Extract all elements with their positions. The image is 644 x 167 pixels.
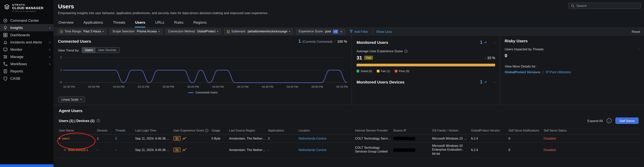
col-user-name[interactable]: User Name bbox=[59, 128, 97, 134]
search-input[interactable] bbox=[576, 4, 638, 8]
filter-connection-method[interactable]: Connection Method: GlobalProtect ▾ bbox=[166, 29, 221, 34]
col-isp[interactable]: Internet Service Provider bbox=[355, 128, 393, 134]
monitored-users-title: Monitored Users bbox=[356, 40, 388, 45]
x-tick: 03:30 PM bbox=[162, 85, 174, 88]
sidebar-item-dashboards[interactable]: Dashboards bbox=[0, 31, 54, 38]
sidebar-item-workflows[interactable]: Workflows › bbox=[0, 60, 54, 67]
chart-x-axis: 02:30 PM 02:45 PM 03:00 PM 03:15 PM 03:3… bbox=[63, 85, 348, 88]
reports-icon bbox=[3, 69, 8, 73]
x-tick: 02:30 PM bbox=[63, 85, 75, 88]
monitored-devices-value[interactable]: 1 bbox=[480, 79, 482, 85]
globalprotect-versions-link[interactable]: GlobalProtect Versions bbox=[505, 70, 540, 74]
sidebar-nav: Command Center Insights › Dashboards Inc… bbox=[0, 17, 54, 82]
linear-scale-dropdown[interactable]: Linear Scale ▾ bbox=[58, 96, 85, 103]
clock-icon bbox=[60, 30, 63, 33]
filter-scope-selection[interactable]: Scope Selection: Prisma Access ▾ bbox=[110, 29, 162, 34]
tab-threats[interactable]: Threats bbox=[112, 19, 126, 27]
self-serve-button[interactable]: Self Serve bbox=[615, 117, 639, 124]
sidebar-item-command-center[interactable]: Command Center bbox=[0, 17, 54, 24]
favorite-star-icon[interactable]: ☆ bbox=[63, 148, 66, 152]
location-link[interactable]: Netherlands Central bbox=[298, 137, 326, 140]
funnel-icon bbox=[350, 29, 353, 33]
sidebar-item-insights[interactable]: Insights › bbox=[0, 24, 54, 31]
col-applications[interactable]: Applications bbox=[268, 128, 298, 134]
device-name-link[interactable]: NNN-WIN10-1 bbox=[68, 148, 88, 152]
sidebar-item-casb[interactable]: CASB bbox=[0, 75, 54, 82]
threats-link[interactable]: 0 bbox=[115, 137, 117, 140]
self-serve-status: Disabled bbox=[544, 137, 556, 140]
devices-cell: - bbox=[97, 142, 115, 158]
toggle-user-devices[interactable]: User Devices bbox=[96, 48, 119, 53]
redacted-source-ip bbox=[393, 148, 415, 152]
col-threats[interactable]: Threats bbox=[115, 128, 135, 134]
trend-spark-icon bbox=[484, 78, 487, 81]
manage-icon bbox=[3, 54, 8, 59]
col-location[interactable]: Location bbox=[298, 128, 355, 134]
tab-rules[interactable]: Rules bbox=[174, 19, 184, 27]
sidebar-item-reports[interactable]: Reports bbox=[0, 67, 54, 75]
download-icon[interactable]: ↓ bbox=[606, 118, 612, 123]
tab-overview[interactable]: Overview bbox=[58, 19, 74, 27]
tab-users[interactable]: Users bbox=[135, 19, 146, 27]
sidebar-item-incidents-and-alerts[interactable]: Incidents and Alerts › bbox=[0, 38, 54, 46]
good-legend-label: Good (0) bbox=[361, 69, 372, 73]
info-icon[interactable] bbox=[96, 119, 100, 122]
col-os-family-version[interactable]: OS Family / Version bbox=[432, 128, 471, 134]
add-filter-button[interactable]: Add Filter bbox=[348, 29, 370, 33]
x-tick: 05:00 PM bbox=[312, 85, 323, 88]
legend-line-swatch bbox=[188, 92, 194, 93]
x-tick: 03:45 PM bbox=[188, 85, 199, 88]
chevron-down-icon: ▾ bbox=[158, 30, 160, 33]
sidebar-item-manage[interactable]: Manage › bbox=[0, 53, 54, 60]
tab-regions[interactable]: Regions bbox=[193, 19, 207, 27]
filter-experience-score[interactable]: Experience Score: poor +2 × bbox=[296, 29, 345, 34]
row-expander-icon[interactable]: ▾ bbox=[59, 137, 60, 140]
reset-filters-button[interactable]: Reset bbox=[632, 29, 640, 33]
chart-plot-area bbox=[63, 56, 347, 84]
logo-line2: CLOUD MANAGER bbox=[12, 6, 43, 10]
user-name-link[interactable]: user1 bbox=[62, 137, 70, 140]
filter-label: Connection Method: bbox=[168, 30, 196, 33]
strata-logo[interactable]: STRATA CLOUD MANAGER BY PALO ALTO NETWOR… bbox=[0, 0, 54, 14]
ip-pool-utilization-link[interactable]: IP Pool Utilization bbox=[546, 70, 571, 74]
filter-bar: Time Range: Past 3 Hours ▾ Scope Selecti… bbox=[54, 28, 644, 35]
experience-trend-icon bbox=[182, 137, 187, 140]
chevron-down-icon: ▾ bbox=[80, 98, 82, 101]
sidebar-item-monitor[interactable]: Monitor › bbox=[0, 46, 54, 53]
poor-swatch bbox=[395, 70, 398, 72]
filter-subtenant[interactable]: Subtenant: paloaltonetworksclockvoyage ▾ bbox=[224, 29, 293, 34]
x-tick: 03:15 PM bbox=[138, 85, 149, 88]
filter-label: Time Range: bbox=[64, 30, 82, 33]
col-globalprotect-version[interactable]: GlobalProtect Version bbox=[471, 128, 508, 134]
os-cell: Microsoft Windows 10 Enterprise Evaluati… bbox=[432, 142, 471, 158]
info-icon[interactable] bbox=[404, 49, 408, 53]
users-devices-tab-label[interactable]: Users (1) | Devices (1) bbox=[59, 119, 94, 123]
filter-count-badge: +2 bbox=[333, 29, 338, 33]
sidebar-bottom-accent bbox=[0, 164, 54, 167]
col-source-ip[interactable]: Source IP bbox=[393, 128, 432, 134]
x-tick: 04:45 PM bbox=[287, 85, 298, 88]
add-filter-label: Add Filter bbox=[354, 29, 368, 33]
location-link[interactable]: Netherlands Central bbox=[298, 148, 326, 152]
y-tick: 1 bbox=[60, 68, 62, 72]
col-usage[interactable]: Usage bbox=[212, 128, 229, 134]
col-user-experience-score[interactable]: User Experience Score bbox=[173, 128, 212, 134]
show-less-link[interactable]: Show Less bbox=[376, 29, 392, 33]
strata-logo-icon bbox=[4, 4, 10, 10]
col-last-login-time[interactable]: Last Login Time bbox=[135, 128, 173, 134]
info-icon[interactable] bbox=[205, 129, 208, 132]
legend-label: Connected Users bbox=[196, 91, 218, 94]
tab-applications[interactable]: Applications bbox=[83, 19, 103, 27]
filter-time-range[interactable]: Time Range: Past 3 Hours ▾ bbox=[57, 29, 107, 34]
global-search[interactable] bbox=[568, 3, 641, 9]
expand-all-button[interactable]: Expand All bbox=[587, 119, 602, 123]
col-self-serve-status[interactable]: Self Serve Status bbox=[544, 128, 640, 134]
col-self-serve-notifications[interactable]: Self Serve Notifications bbox=[508, 128, 544, 134]
tab-urls[interactable]: URLs bbox=[155, 19, 165, 27]
toggle-users[interactable]: Users bbox=[82, 48, 96, 53]
last-login-cell: Sep 11, 2024, 6:45:36 PM bbox=[135, 134, 173, 142]
monitored-users-value[interactable]: 1 bbox=[480, 40, 482, 45]
close-icon[interactable]: × bbox=[340, 29, 342, 33]
col-last-source-region[interactable]: Last Source Region bbox=[229, 128, 268, 134]
col-devices[interactable]: Devices bbox=[97, 128, 115, 134]
